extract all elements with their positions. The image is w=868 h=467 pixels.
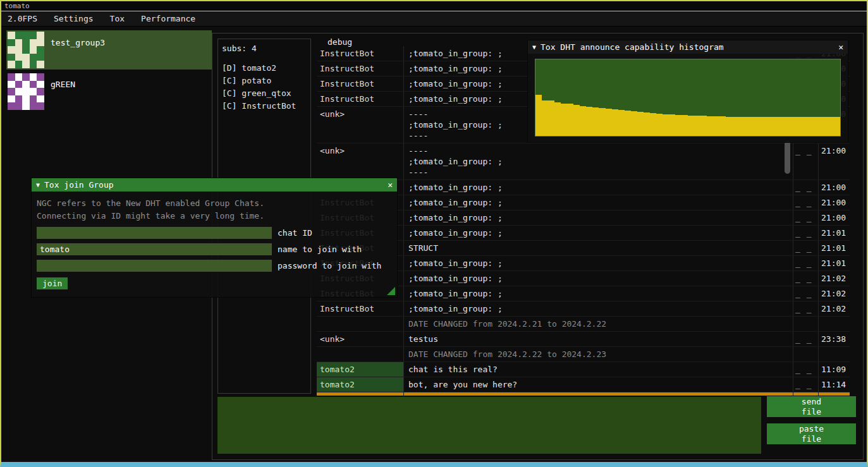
histogram-bar [828, 117, 834, 136]
histogram-titlebar[interactable]: ▼ Tox DHT announce capability histogram … [528, 40, 848, 54]
member-InstructBot[interactable]: [C] InstructBot [222, 100, 307, 112]
join-titlebar[interactable]: ▼ Tox join Group ✕ [32, 178, 397, 191]
message-text: bot, are you new here? [403, 377, 793, 392]
message-input[interactable] [217, 397, 761, 454]
histogram-window-title: Tox DHT announce capability histogram [541, 42, 834, 52]
author-name: tomato2 [317, 377, 403, 392]
histogram-bar [612, 109, 618, 136]
histogram-bar [783, 117, 790, 136]
histogram-bar [606, 109, 612, 136]
message-text: ;tomato_in_group: ; [403, 195, 793, 210]
message-row: <unk>testus_ _23:38 [317, 332, 850, 347]
join-info-line-1: NGC refers to the New DHT enabled Group … [37, 197, 392, 210]
message-time: 11:14 [818, 377, 850, 392]
histogram-bar [644, 112, 650, 136]
message-time: 21:01 [818, 241, 850, 255]
message-status: _ _ [793, 195, 818, 210]
message-status [793, 347, 818, 361]
author-name: <unk> [317, 332, 403, 346]
histogram-bar [732, 117, 738, 136]
histogram-bar [815, 117, 821, 136]
menu-item-performance[interactable]: Performance [137, 13, 199, 25]
menu-item-settings[interactable]: Settings [50, 13, 97, 25]
group-avatar [8, 73, 44, 110]
collapse-arrow-icon[interactable]: ▼ [36, 181, 40, 188]
message-time: 21:00 [818, 210, 850, 225]
menu-item-20fps[interactable]: 2.0FPS [4, 13, 41, 25]
message-text: ;tomato_in_group: ; [403, 256, 793, 270]
message-status: _ _ [793, 226, 818, 240]
subs-count: subs: 4 [222, 44, 307, 53]
app-window: tomato 2.0FPSSettingsToxPerformance test… [0, 0, 868, 467]
debug-header[interactable]: debug [327, 37, 352, 47]
app-title: tomato [4, 2, 30, 10]
message-text: STRUCT [403, 241, 793, 255]
close-icon[interactable]: ✕ [388, 180, 393, 190]
member-green_qtox[interactable]: [C] green_qtox [222, 87, 307, 100]
message-time: 21:02 [818, 301, 850, 316]
histogram-bar [675, 115, 682, 136]
message-text: ;tomato_in_group: ; [403, 286, 793, 301]
menu-item-tox[interactable]: Tox [106, 13, 128, 25]
histogram-bar [618, 110, 625, 136]
histogram-bar [707, 116, 713, 136]
member-list: [D] tomato2[C] potato[C] green_qtox[C] I… [222, 62, 307, 112]
message-row: <unk>----;tomato_in_group: ;----_ _21:00 [317, 143, 850, 180]
chat-scrollbar[interactable] [785, 141, 790, 174]
message-status: _ _ [793, 362, 818, 377]
histogram-bar [656, 114, 663, 136]
resize-grip-icon[interactable] [387, 287, 395, 295]
author-name: InstructBot [317, 92, 403, 106]
group-item-test_group3[interactable]: test_group3 [6, 30, 212, 70]
message-time: 11:09 [818, 362, 850, 377]
paste-file-button[interactable]: paste file [767, 423, 856, 444]
histogram-bars [535, 59, 840, 136]
group-item-gREEN[interactable]: gREEN [6, 72, 212, 111]
join-password-input[interactable] [37, 260, 272, 272]
message-row: tomato2chat is this real?_ _11:09 [317, 362, 850, 377]
join-name-input[interactable] [37, 243, 272, 255]
histogram-bar [586, 107, 592, 136]
histogram-bar [535, 95, 542, 136]
close-icon[interactable]: ✕ [838, 42, 843, 52]
histogram-bar [726, 117, 732, 136]
author-name: InstructBot [317, 392, 403, 396]
message-time: 21:00 [818, 143, 850, 179]
author-name: tomato2 [317, 362, 403, 377]
histogram-bar [688, 116, 694, 136]
histogram-bar [599, 108, 605, 136]
message-time: 21:02 [818, 286, 850, 301]
group-name: test_group3 [51, 32, 105, 68]
message-status [793, 317, 818, 331]
histogram-bar [771, 117, 777, 136]
message-status: _ _ [793, 180, 818, 195]
message-status: _ _ [793, 332, 818, 346]
send-file-button[interactable]: send file [767, 396, 856, 417]
author-name: InstructBot [317, 76, 403, 91]
author-name [317, 317, 403, 331]
join-window-title: Tox join Group [44, 180, 383, 190]
group-avatar [8, 32, 44, 68]
histogram-bar [834, 117, 840, 136]
collapse-arrow-icon[interactable]: ▼ [532, 44, 536, 51]
message-status: _ _ [793, 256, 818, 270]
chat-id-row: chat ID [37, 227, 392, 239]
author-name: InstructBot [317, 301, 403, 316]
member-potato[interactable]: [C] potato [222, 75, 307, 87]
histogram-bar [777, 117, 783, 136]
message-status: _ _ [793, 210, 818, 225]
message-text: DATE CHANGED from 2024.2.22 to 2024.2.23 [403, 347, 793, 361]
date-changed-row: DATE CHANGED from 2024.2.22 to 2024.2.23 [317, 347, 850, 362]
author-name: InstructBot [317, 61, 403, 76]
message-time [818, 347, 850, 361]
chat-id-input[interactable] [37, 227, 272, 239]
author-name: <unk> [317, 143, 403, 179]
join-name-row: name to join with [37, 243, 392, 255]
message-text: ----;tomato_in_group: ;---- [403, 143, 793, 179]
histogram-bar [548, 100, 554, 136]
histogram-bar [631, 111, 637, 136]
message-status: _ _ [793, 301, 818, 316]
message-status: _ _ [793, 241, 818, 255]
join-button[interactable]: join [37, 277, 68, 289]
member-tomato2[interactable]: [D] tomato2 [222, 62, 307, 75]
